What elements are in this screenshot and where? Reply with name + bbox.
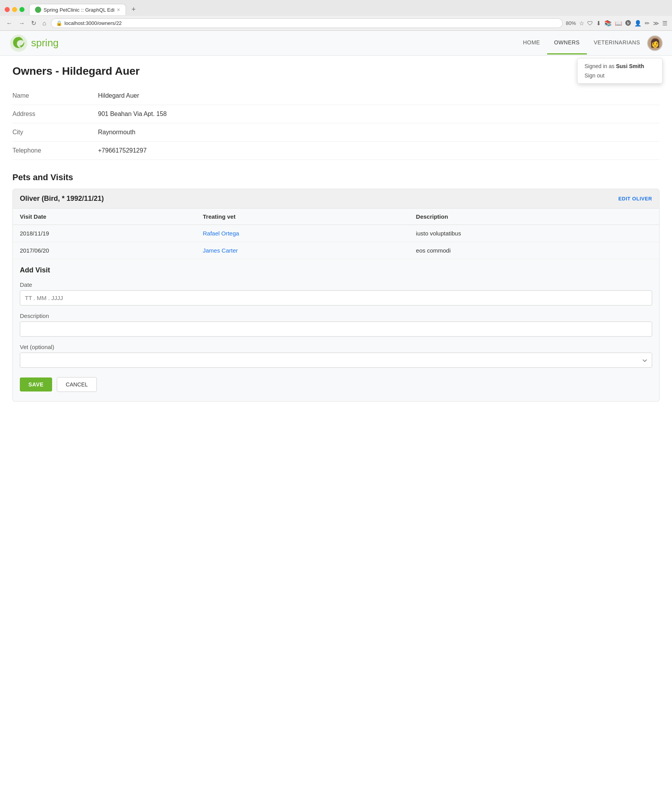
- reload-button[interactable]: ↻: [30, 19, 38, 28]
- owner-details-table: Name Hildegard Auer Address 901 Beahan V…: [12, 87, 660, 160]
- brand-name: spring: [31, 37, 59, 49]
- page-title: Owners - Hildegard Auer: [12, 65, 660, 77]
- date-input[interactable]: [20, 290, 652, 305]
- navbar: spring HOME OWNERS VETERINARIANS 👩 Signe…: [0, 31, 672, 56]
- vet-link-2[interactable]: James Carter: [203, 247, 238, 254]
- description-2: eos commodi: [409, 242, 659, 259]
- back-button[interactable]: ←: [5, 19, 14, 28]
- app-container: spring HOME OWNERS VETERINARIANS 👩 Signe…: [0, 31, 672, 770]
- city-value: Raynormouth: [98, 123, 660, 142]
- vet-label: Vet (optional): [20, 344, 652, 350]
- sign-out-link[interactable]: Sign out: [584, 72, 655, 79]
- pet-card-header: Oliver (Bird, * 1992/11/21) EDIT OLIVER: [13, 189, 659, 209]
- pencil-icon[interactable]: ✏: [645, 20, 650, 27]
- city-label: City: [12, 123, 98, 142]
- treating-vet-2: James Carter: [196, 242, 409, 259]
- nav-veterinarians[interactable]: VETERINARIANS: [587, 32, 647, 54]
- nav-owners[interactable]: OWNERS: [547, 32, 587, 54]
- forward-button[interactable]: →: [17, 19, 26, 28]
- vet-form-group: Vet (optional): [20, 344, 652, 368]
- owner-name-row: Name Hildegard Auer: [12, 87, 660, 105]
- user-avatar[interactable]: 👩: [647, 35, 663, 51]
- pets-visits-title: Pets and Visits: [12, 172, 660, 183]
- cancel-button[interactable]: CANCEL: [57, 377, 97, 392]
- navbar-nav: HOME OWNERS VETERINARIANS 👩: [516, 32, 663, 54]
- profile-n-icon[interactable]: 🅝: [625, 20, 631, 26]
- edit-pet-link[interactable]: EDIT OLIVER: [618, 196, 652, 202]
- navbar-brand: spring: [9, 34, 59, 53]
- active-tab[interactable]: Spring PetClinic :: GraphQL Edi ✕: [29, 4, 126, 15]
- library-icon[interactable]: 📚: [604, 20, 612, 27]
- tab-favicon: [35, 7, 41, 13]
- add-visit-title: Add Visit: [20, 266, 652, 274]
- user-dropdown: Signed in as Susi Smith Sign out: [577, 58, 663, 84]
- profile-avatar-icon[interactable]: 👤: [634, 20, 642, 27]
- main-content: Owners - Hildegard Auer Name Hildegard A…: [0, 56, 672, 420]
- save-button[interactable]: SAVE: [20, 377, 52, 391]
- browser-tools: 80% ☆ 🛡 ⬇ 📚 📖 🅝 👤 ✏ ≫ ☰: [566, 20, 667, 27]
- description-input[interactable]: [20, 321, 652, 337]
- treating-vet-header: Treating vet: [196, 209, 409, 225]
- spring-logo-icon: [9, 34, 28, 53]
- description-label: Description: [20, 312, 652, 319]
- traffic-lights: [5, 7, 24, 12]
- lock-icon: 🔒: [56, 20, 62, 26]
- signed-in-text: Signed in as Susi Smith: [584, 63, 655, 69]
- new-tab-button[interactable]: +: [128, 3, 140, 16]
- minimize-button[interactable]: [12, 7, 17, 12]
- treating-vet-1: Rafael Ortega: [196, 225, 409, 242]
- description-1: iusto voluptatibus: [409, 225, 659, 242]
- owner-city-row: City Raynormouth: [12, 123, 660, 142]
- url-text: localhost:3000/owners/22: [65, 20, 558, 26]
- tab-title: Spring PetClinic :: GraphQL Edi: [44, 7, 114, 13]
- visit-date-2: 2017/06/20: [13, 242, 196, 259]
- home-button[interactable]: ⌂: [41, 19, 48, 28]
- bookmark-icon[interactable]: ☆: [579, 20, 584, 27]
- telephone-label: Telephone: [12, 142, 98, 160]
- vet-select[interactable]: [20, 353, 652, 368]
- signed-in-username: Susi Smith: [616, 63, 644, 69]
- name-label: Name: [12, 87, 98, 105]
- form-actions: SAVE CANCEL: [20, 377, 652, 392]
- date-form-group: Date: [20, 281, 652, 305]
- close-button[interactable]: [5, 7, 10, 12]
- visit-date-header: Visit Date: [13, 209, 196, 225]
- visit-date-1: 2018/11/19: [13, 225, 196, 242]
- visits-table: Visit Date Treating vet Description 2018…: [13, 209, 659, 259]
- add-visit-section: Add Visit Date Description Vet (optional…: [13, 259, 659, 401]
- address-label: Address: [12, 105, 98, 123]
- pet-name: Oliver (Bird, * 1992/11/21): [20, 195, 104, 203]
- name-value: Hildegard Auer: [98, 87, 660, 105]
- url-bar[interactable]: 🔒 localhost:3000/owners/22: [51, 18, 563, 28]
- table-row: 2018/11/19 Rafael Ortega iusto voluptati…: [13, 225, 659, 242]
- date-label: Date: [20, 281, 652, 288]
- pet-card-oliver: Oliver (Bird, * 1992/11/21) EDIT OLIVER …: [12, 189, 660, 402]
- browser-chrome: Spring PetClinic :: GraphQL Edi ✕ + ← → …: [0, 0, 672, 31]
- zoom-level: 80%: [566, 20, 576, 26]
- menu-icon[interactable]: ☰: [662, 20, 667, 27]
- shield-icon: 🛡: [587, 20, 593, 26]
- telephone-value: +7966175291297: [98, 142, 660, 160]
- tab-close-button[interactable]: ✕: [117, 7, 120, 12]
- more-tools-icon[interactable]: ≫: [653, 20, 659, 27]
- address-value: 901 Beahan Via Apt. 158: [98, 105, 660, 123]
- description-header: Description: [409, 209, 659, 225]
- maximize-button[interactable]: [19, 7, 24, 12]
- reader-icon[interactable]: 📖: [615, 20, 622, 27]
- address-bar: ← → ↻ ⌂ 🔒 localhost:3000/owners/22 80% ☆…: [0, 16, 672, 30]
- owner-address-row: Address 901 Beahan Via Apt. 158: [12, 105, 660, 123]
- visits-header-row: Visit Date Treating vet Description: [13, 209, 659, 225]
- nav-home[interactable]: HOME: [516, 32, 547, 54]
- vet-link-1[interactable]: Rafael Ortega: [203, 230, 239, 237]
- table-row: 2017/06/20 James Carter eos commodi: [13, 242, 659, 259]
- owner-telephone-row: Telephone +7966175291297: [12, 142, 660, 160]
- tab-bar: Spring PetClinic :: GraphQL Edi ✕ +: [0, 0, 672, 16]
- download-icon[interactable]: ⬇: [596, 20, 601, 27]
- description-form-group: Description: [20, 312, 652, 337]
